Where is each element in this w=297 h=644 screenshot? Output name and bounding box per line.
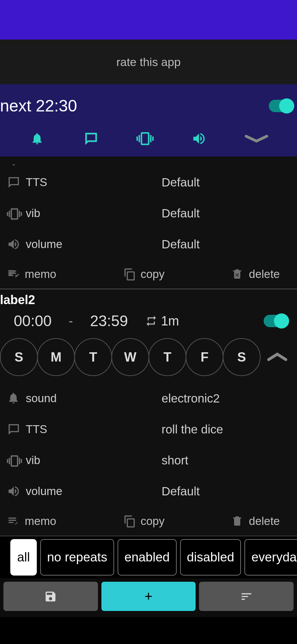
setting-value: electronic2	[162, 391, 220, 405]
interval-value: 1m	[161, 314, 179, 329]
vibrate-icon[interactable]	[136, 130, 154, 147]
filter-disabled[interactable]: disabled	[180, 539, 241, 576]
setting-row-volume[interactable]: volume Default	[0, 229, 297, 260]
sort-icon	[240, 590, 253, 603]
chat-icon	[7, 422, 21, 436]
add-label: +	[144, 589, 152, 604]
alarm-label[interactable]: label2	[0, 289, 297, 307]
setting-row-sound[interactable]: sound electronic2	[0, 383, 297, 414]
time-end[interactable]: 23:59	[90, 312, 128, 330]
header: next 22:30	[0, 84, 297, 157]
day-tue[interactable]: T	[74, 338, 112, 376]
setting-label: vib	[26, 207, 156, 220]
add-button[interactable]: +	[101, 582, 196, 611]
next-alarm-time: next 22:30	[0, 96, 77, 115]
delete-label: delete	[249, 515, 280, 528]
bell-icon[interactable]	[29, 130, 46, 147]
delete-button[interactable]: delete	[231, 267, 290, 281]
memo-button[interactable]: memo	[7, 514, 56, 528]
bottom-bar: +	[0, 578, 297, 617]
setting-row-tts[interactable]: TTS roll the dice	[0, 414, 297, 445]
action-row: memo copy delete	[0, 260, 297, 289]
master-toggle[interactable]	[269, 100, 294, 112]
sort-button[interactable]	[199, 582, 294, 611]
setting-value: Default	[162, 237, 200, 251]
chevron-up-icon[interactable]	[266, 351, 288, 364]
bell-icon	[7, 159, 21, 167]
save-button[interactable]	[3, 582, 98, 611]
setting-value: short	[162, 453, 188, 467]
copy-label: copy	[141, 515, 165, 528]
time-dash: -	[55, 314, 87, 328]
day-sat[interactable]: S	[223, 338, 261, 376]
volume-icon	[7, 484, 21, 498]
vibrate-icon	[7, 453, 21, 467]
rate-banner[interactable]: rate this app	[0, 40, 297, 84]
filter-bar[interactable]: all no repeats enabled disabled everyday…	[0, 536, 297, 578]
filter-no-repeats[interactable]: no repeats	[40, 539, 114, 576]
copy-icon	[123, 514, 136, 528]
setting-value: Default	[162, 484, 200, 498]
day-fri[interactable]: F	[186, 338, 223, 376]
delete-label: delete	[249, 268, 280, 281]
rate-banner-text: rate this app	[116, 55, 180, 69]
day-thu[interactable]: T	[148, 338, 186, 376]
alarm-toggle[interactable]	[264, 315, 288, 327]
setting-value: roll the dice	[162, 422, 223, 436]
setting-label: volume	[26, 485, 156, 498]
save-icon	[44, 590, 57, 603]
setting-label: TTS	[26, 423, 156, 436]
delete-button[interactable]: delete	[231, 514, 290, 528]
filter-everyday[interactable]: everyday	[244, 539, 297, 576]
memo-label: memo	[25, 268, 56, 281]
setting-row-vib[interactable]: vib short	[0, 445, 297, 476]
setting-value: Default	[162, 206, 200, 220]
partial-row-hidden	[0, 157, 297, 167]
copy-label: copy	[141, 268, 165, 281]
repeat-icon	[145, 315, 157, 327]
time-row: 00:00 - 23:59 1m	[0, 307, 297, 335]
trash-icon	[231, 514, 245, 528]
setting-label: TTS	[26, 176, 156, 189]
setting-row-tts[interactable]: TTS Default	[0, 167, 297, 198]
vibrate-icon	[7, 206, 21, 220]
interval[interactable]: 1m	[145, 314, 179, 329]
day-sun[interactable]: S	[0, 338, 38, 376]
setting-label: volume	[26, 238, 156, 251]
copy-icon	[123, 267, 136, 281]
setting-label: vib	[26, 454, 156, 467]
bell-icon	[7, 391, 21, 405]
setting-label: sound	[26, 392, 156, 405]
trash-icon	[231, 267, 245, 281]
memo-icon	[7, 514, 21, 528]
volume-icon	[7, 237, 21, 251]
memo-icon	[7, 267, 21, 281]
status-bar-space	[0, 0, 297, 40]
setting-row-volume[interactable]: volume Default	[0, 476, 297, 507]
day-mon[interactable]: M	[37, 338, 75, 376]
setting-value: Default	[162, 175, 200, 189]
volume-icon[interactable]	[190, 130, 208, 147]
copy-button[interactable]: copy	[123, 514, 165, 528]
setting-row-vib[interactable]: vib Default	[0, 198, 297, 229]
action-row: memo copy delete	[0, 507, 297, 536]
svg-rect-0	[127, 272, 134, 280]
filter-all[interactable]: all	[10, 539, 37, 576]
svg-rect-1	[127, 519, 134, 527]
time-start[interactable]: 00:00	[14, 312, 52, 330]
filter-enabled[interactable]: enabled	[118, 539, 177, 576]
memo-button[interactable]: memo	[7, 267, 56, 281]
day-wed[interactable]: W	[111, 338, 149, 376]
memo-label: memo	[25, 515, 56, 528]
chat-icon	[7, 175, 21, 189]
chevron-down-icon[interactable]	[244, 130, 268, 147]
copy-button[interactable]: copy	[123, 267, 165, 281]
days-row: S M T W T F S	[0, 335, 297, 383]
chat-icon[interactable]	[82, 130, 100, 147]
